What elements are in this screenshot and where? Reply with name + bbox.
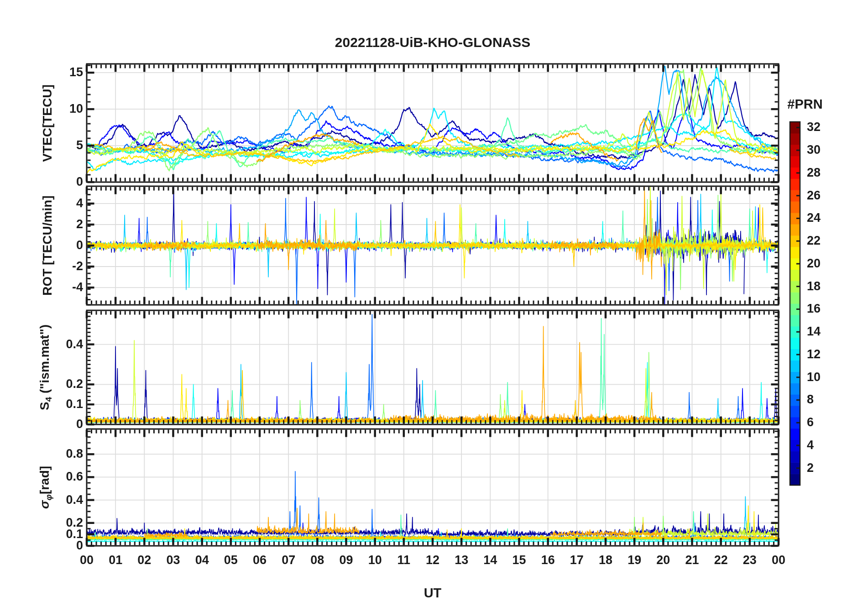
x-tick-label: 23	[743, 553, 757, 567]
x-tick-label: 11	[397, 553, 411, 567]
y-tick-label-s4: 0.2	[51, 377, 83, 391]
x-tick-label: 06	[253, 553, 267, 567]
colorbar-tick-label: 2	[807, 461, 814, 475]
x-tick-label: 07	[282, 553, 295, 567]
x-tick-label: 15	[512, 553, 526, 567]
x-tick-label: 14	[483, 553, 497, 567]
x-tick-label: 02	[137, 553, 151, 567]
x-tick-label: 21	[685, 553, 699, 567]
colorbar-tick-label: 6	[807, 415, 814, 429]
y-tick-label-rot: 0	[51, 238, 83, 252]
chart-title: 20221128-UiB-KHO-GLONASS	[335, 35, 530, 50]
colorbar-tick-label: 8	[807, 392, 814, 407]
colorbar-tick-label: 10	[807, 370, 821, 384]
chart-canvas	[0, 0, 868, 607]
x-tick-label: 04	[195, 553, 209, 567]
colorbar-tick-label: 14	[807, 324, 821, 339]
figure: 20221128-UiB-KHO-GLONASS VTEC[TECU] ROT …	[0, 0, 868, 607]
colorbar-tick-label: 4	[807, 438, 814, 452]
x-tick-label: 12	[426, 553, 439, 567]
colorbar-tick-label: 16	[807, 302, 821, 316]
colorbar-tick-label: 24	[807, 211, 821, 225]
y-tick-label-sigma_phi: 0.2	[51, 516, 83, 530]
colorbar-tick-label: 30	[807, 143, 821, 157]
x-tick-label: 22	[714, 553, 728, 567]
colorbar-tick-label: 12	[807, 347, 821, 361]
x-tick-label: 00	[772, 553, 785, 567]
y-tick-label-s4: 0.4	[51, 337, 83, 351]
x-tick-label: 03	[166, 553, 180, 567]
colorbar-tick-label: 32	[807, 120, 821, 134]
x-axis-label: UT	[424, 586, 442, 601]
y-tick-label-rot: -2	[51, 259, 83, 273]
colorbar-tick-label: 26	[807, 188, 821, 203]
y-tick-label-vtec: 5	[51, 138, 83, 152]
x-tick-label: 17	[570, 553, 584, 567]
x-tick-label: 00	[80, 553, 94, 567]
x-tick-label: 08	[310, 553, 324, 567]
colorbar-tick-label: 22	[807, 234, 821, 248]
colorbar-tick-label: 18	[807, 279, 821, 293]
x-tick-label: 09	[339, 553, 353, 567]
y-tick-label-rot: -4	[51, 280, 83, 294]
x-tick-label: 16	[541, 553, 555, 567]
colorbar-tick-label: 28	[807, 166, 821, 180]
x-tick-label: 10	[368, 553, 382, 567]
y-tick-label-s4: 0.1	[51, 397, 83, 411]
colorbar-tick-label: 20	[807, 256, 821, 271]
x-tick-label: 01	[109, 553, 122, 567]
y-tick-label-rot: 2	[51, 217, 83, 231]
y-tick-label-sigma_phi: 0.4	[51, 493, 83, 507]
x-tick-label: 13	[455, 553, 468, 567]
y-tick-label-vtec: 15	[51, 65, 83, 79]
y-tick-label-sigma_phi: 0.6	[51, 470, 83, 484]
colorbar-title: #PRN	[787, 97, 822, 112]
y-tick-label-s4: 0	[51, 417, 83, 431]
y-tick-label-rot: 4	[51, 196, 83, 210]
x-tick-label: 05	[224, 553, 238, 567]
y-tick-label-vtec: 0	[51, 175, 83, 189]
x-tick-label: 18	[599, 553, 612, 567]
y-tick-label-sigma_phi: 0.8	[51, 447, 83, 461]
x-tick-label: 20	[656, 553, 670, 567]
x-tick-label: 19	[627, 553, 641, 567]
y-tick-label-vtec: 10	[51, 102, 83, 116]
